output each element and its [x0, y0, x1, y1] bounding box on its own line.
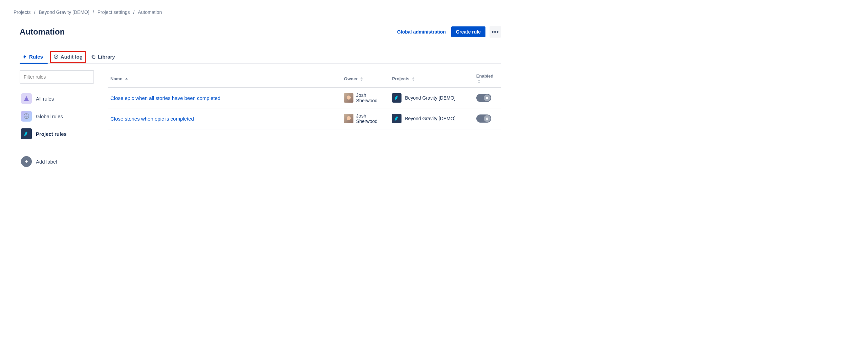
rule-name-link[interactable]: Close stories when epic is completed [110, 116, 194, 122]
sort-icon [412, 77, 415, 81]
more-actions-button[interactable]: ••• [490, 26, 501, 38]
add-label-text: Add label [36, 159, 57, 165]
column-header-projects[interactable]: Projects [389, 70, 474, 87]
table-row: Close stories when epic is completed Jos… [108, 108, 501, 129]
breadcrumb-separator: / [34, 9, 36, 15]
toggle-knob [484, 94, 491, 101]
header-actions: Global administration Create rule ••• [396, 26, 501, 38]
owner-name: Josh Sherwood [356, 113, 387, 124]
enabled-toggle[interactable] [476, 114, 491, 123]
annotation-highlight: Audit log [50, 51, 86, 63]
tab-label: Library [98, 54, 115, 60]
breadcrumb-item-current: Automation [138, 9, 162, 15]
copy-icon [91, 55, 96, 59]
all-rules-icon [21, 93, 32, 104]
check-circle-icon [53, 54, 59, 59]
tab-label: Rules [29, 54, 43, 60]
tabs: Rules Audit log Library [20, 51, 501, 64]
add-label-button[interactable]: + Add label [20, 153, 94, 170]
sidebar-item-global-rules[interactable]: Global rules [20, 107, 94, 125]
rule-name-link[interactable]: Close epic when all stories have been co… [110, 95, 220, 101]
sort-icon [360, 77, 363, 81]
page-title: Automation [20, 27, 396, 37]
tab-rules[interactable]: Rules [20, 51, 48, 63]
filter-rules-input[interactable] [20, 70, 94, 84]
avatar [344, 93, 353, 103]
sidebar-item-project-rules[interactable]: Project rules [20, 125, 94, 143]
rules-table: Name Owner Projects [108, 70, 501, 129]
plus-icon: + [21, 156, 32, 167]
global-administration-link[interactable]: Global administration [396, 27, 447, 37]
breadcrumb-item-projects[interactable]: Projects [14, 9, 31, 15]
sort-icon [478, 80, 480, 83]
project-icon [392, 93, 402, 103]
rules-sidebar: All rules Global rules Project rules + A… [20, 70, 94, 170]
sort-ascending-icon [125, 78, 128, 81]
automation-settings-page: Projects / Beyond Gravity [DEMO] / Proje… [0, 0, 515, 184]
page-header: Automation Global administration Create … [14, 20, 501, 45]
column-header-enabled[interactable]: Enabled [474, 70, 501, 87]
owner-name: Josh Sherwood [356, 92, 387, 103]
breadcrumb: Projects / Beyond Gravity [DEMO] / Proje… [14, 7, 501, 20]
project-name: Beyond Gravity [DEMO] [405, 95, 455, 101]
rocket-icon [21, 128, 32, 139]
sidebar-item-label: Global rules [36, 113, 63, 119]
sidebar-item-all-rules[interactable]: All rules [20, 90, 94, 107]
svg-rect-1 [93, 56, 95, 58]
lightning-icon [22, 55, 27, 59]
sidebar-item-label: All rules [36, 96, 54, 102]
svg-point-0 [54, 55, 58, 59]
tab-library[interactable]: Library [88, 51, 120, 63]
breadcrumb-item-project-settings[interactable]: Project settings [97, 9, 130, 15]
tab-audit-log[interactable]: Audit log [53, 52, 83, 61]
rules-table-body: Close epic when all stories have been co… [108, 87, 501, 129]
content-area: All rules Global rules Project rules + A… [14, 64, 501, 170]
breadcrumb-item-project[interactable]: Beyond Gravity [DEMO] [39, 9, 89, 15]
create-rule-button[interactable]: Create rule [451, 26, 485, 37]
sidebar-item-label: Project rules [36, 131, 67, 137]
breadcrumb-separator: / [93, 9, 94, 15]
toggle-knob [484, 115, 491, 122]
ellipsis-icon: ••• [492, 28, 499, 36]
column-header-name[interactable]: Name [108, 70, 341, 87]
project-name: Beyond Gravity [DEMO] [405, 116, 455, 121]
table-row: Close epic when all stories have been co… [108, 87, 501, 108]
rules-table-container: Name Owner Projects [108, 70, 501, 170]
project-icon [392, 114, 402, 123]
globe-icon [21, 111, 32, 122]
tab-label: Audit log [61, 54, 83, 60]
breadcrumb-separator: / [133, 9, 134, 15]
column-header-owner[interactable]: Owner [341, 70, 389, 87]
enabled-toggle[interactable] [476, 94, 491, 102]
avatar [344, 114, 353, 123]
